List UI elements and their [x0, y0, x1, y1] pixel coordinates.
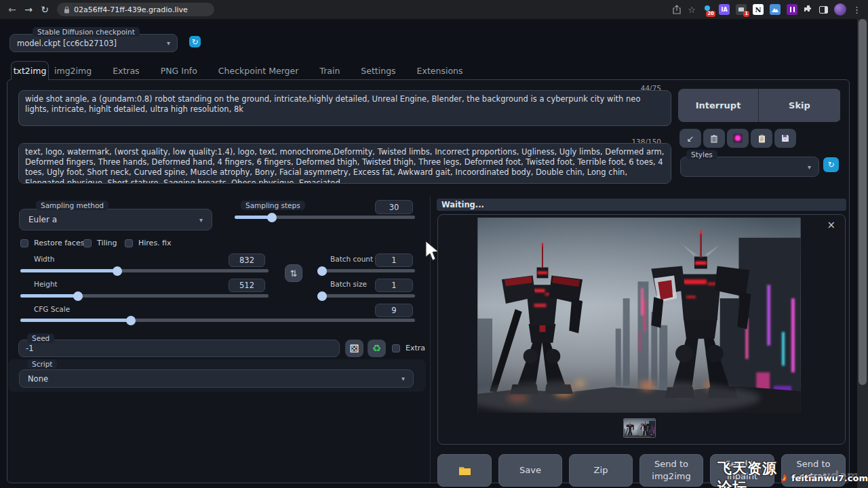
- width-label: Width: [34, 255, 55, 263]
- slider-handle[interactable]: [317, 266, 327, 276]
- browser-forward-icon[interactable]: →: [20, 0, 37, 19]
- checkpoint-value: model.ckpt [cc6cb27103]: [17, 39, 117, 48]
- sampling-steps-input[interactable]: 30: [375, 200, 413, 214]
- chevron-down-icon: ▾: [808, 163, 811, 171]
- open-folder-button[interactable]: [437, 454, 492, 487]
- checkbox[interactable]: [20, 239, 28, 247]
- tab-img2img[interactable]: img2img: [53, 62, 93, 80]
- negative-prompt-textarea[interactable]: text, logo, watermark, (worst quality, l…: [18, 143, 671, 184]
- interrupt-button[interactable]: Interrupt: [678, 89, 759, 122]
- tab-checkpoint-merger[interactable]: Checkpoint Merger: [217, 62, 300, 80]
- slider-handle[interactable]: [126, 316, 136, 325]
- extension-ia-icon[interactable]: IA: [719, 4, 730, 15]
- seed-input[interactable]: -1: [18, 340, 340, 357]
- styles-label: Styles: [686, 150, 717, 159]
- sidebar-toggle-icon[interactable]: [819, 6, 828, 14]
- prompt-textarea[interactable]: wide shot angle, a (gundam:0.8) robot st…: [18, 90, 671, 126]
- tiling-toggle[interactable]: Tiling: [83, 239, 117, 247]
- tab-txt2img[interactable]: txt2img: [11, 61, 49, 80]
- sampling-method-label: Sampling method: [36, 201, 108, 210]
- negative-prompt-field[interactable]: text, logo, watermark, (worst quality, l…: [18, 143, 671, 184]
- menu-kebab-icon[interactable]: ⋮: [852, 5, 861, 15]
- checkpoint-refresh-button[interactable]: ↻: [189, 36, 201, 47]
- styles-dropdown[interactable]: ▾: [680, 157, 819, 177]
- forum-watermark-cn: 飞天资源论坛: [717, 459, 777, 488]
- script-dropdown[interactable]: None ▾: [19, 369, 414, 388]
- share-icon[interactable]: [672, 5, 682, 14]
- chevron-down-icon: ▾: [401, 375, 405, 382]
- hires-fix-toggle[interactable]: Hires. fix: [125, 239, 172, 247]
- extension-camera-icon[interactable]: 1: [736, 4, 747, 15]
- extra-networks-button[interactable]: [727, 129, 749, 148]
- paste-params-button[interactable]: ↙: [679, 129, 701, 148]
- scrollbar-thumb[interactable]: [859, 19, 867, 385]
- extension-image-icon[interactable]: [770, 4, 781, 15]
- width-slider[interactable]: [20, 269, 269, 272]
- address-bar[interactable]: 02a56ff4-71ff-439e.gradio.live: [57, 3, 214, 16]
- tab-extras[interactable]: Extras: [111, 62, 141, 80]
- batch-size-slider[interactable]: [317, 294, 415, 298]
- slider-handle[interactable]: [73, 291, 83, 301]
- checkpoint-dropdown[interactable]: model.ckpt [cc6cb27103] ▾: [9, 34, 178, 52]
- width-input[interactable]: 832: [229, 253, 265, 267]
- browser-reload-icon[interactable]: ↻: [37, 0, 53, 19]
- tab-train[interactable]: Train: [318, 62, 341, 80]
- apply-style-button[interactable]: [751, 129, 772, 148]
- height-slider[interactable]: [20, 294, 269, 298]
- styles-refresh-button[interactable]: ↻: [823, 157, 839, 172]
- extension-badge: 1: [743, 11, 749, 17]
- checkbox[interactable]: [83, 239, 92, 247]
- sampling-method-dropdown[interactable]: Euler a ▾: [19, 209, 212, 230]
- scrollbar-track[interactable]: [857, 19, 868, 488]
- toggle-label: Hires. fix: [138, 239, 172, 247]
- paste-arrow-icon: ↙: [687, 134, 694, 144]
- tab-settings[interactable]: Settings: [359, 62, 397, 80]
- profile-avatar[interactable]: [834, 3, 846, 16]
- refresh-icon: ↻: [191, 37, 198, 47]
- slider-handle[interactable]: [267, 213, 277, 222]
- height-label: Height: [34, 280, 58, 288]
- send-to-img2img-button[interactable]: Send to img2img: [639, 454, 703, 487]
- swap-dimensions-button[interactable]: ⇅: [285, 264, 302, 282]
- batch-size-label: Batch size: [330, 280, 367, 288]
- checkbox[interactable]: [392, 344, 400, 352]
- sampling-steps-slider[interactable]: [235, 216, 415, 219]
- browser-back-icon[interactable]: ←: [4, 0, 20, 19]
- extensions-puzzle-icon[interactable]: [804, 5, 813, 14]
- checkpoint-label: Stable Diffusion checkpoint: [33, 27, 140, 37]
- random-seed-button[interactable]: ⚄: [345, 340, 363, 357]
- script-value: None: [28, 374, 48, 384]
- prompt-field[interactable]: wide shot angle, a (gundam:0.8) robot st…: [18, 90, 671, 126]
- checkbox[interactable]: [125, 239, 133, 247]
- extension-badge: 20: [706, 11, 715, 17]
- save-button[interactable]: Save: [498, 454, 562, 487]
- close-icon[interactable]: ×: [827, 219, 835, 231]
- gallery-thumbnail[interactable]: [623, 418, 656, 438]
- extension-onenote-icon[interactable]: [787, 4, 797, 15]
- sampling-method-value: Euler a: [28, 215, 57, 224]
- prompt-tools: ↙: [679, 129, 796, 148]
- cfg-scale-input[interactable]: 9: [375, 304, 413, 317]
- tab-extensions[interactable]: Extensions: [416, 62, 465, 80]
- batch-size-input[interactable]: 1: [375, 279, 413, 292]
- extension-notion-icon[interactable]: N: [753, 4, 764, 15]
- zip-button[interactable]: Zip: [569, 454, 633, 487]
- seed-extra-toggle[interactable]: Extra: [392, 344, 425, 352]
- skip-button[interactable]: Skip: [759, 89, 840, 122]
- extension-blue-dot-icon[interactable]: 20: [702, 4, 713, 15]
- lock-icon: [64, 6, 70, 14]
- slider-handle[interactable]: [113, 266, 122, 276]
- restore-faces-toggle[interactable]: Restore faces: [20, 239, 84, 247]
- progress-bar: Waiting...: [437, 199, 846, 211]
- clear-prompt-button[interactable]: [703, 129, 725, 148]
- cfg-scale-slider[interactable]: [20, 319, 415, 322]
- generated-image[interactable]: [477, 218, 801, 413]
- slider-handle[interactable]: [317, 291, 327, 301]
- tab-png-info[interactable]: PNG Info: [159, 62, 199, 80]
- batch-count-input[interactable]: 1: [375, 253, 413, 267]
- height-input[interactable]: 512: [229, 279, 265, 292]
- save-style-button[interactable]: [774, 129, 796, 148]
- batch-count-slider[interactable]: [317, 269, 415, 272]
- reuse-seed-button[interactable]: ♻: [368, 340, 386, 357]
- bookmark-star-icon[interactable]: ☆: [688, 5, 696, 15]
